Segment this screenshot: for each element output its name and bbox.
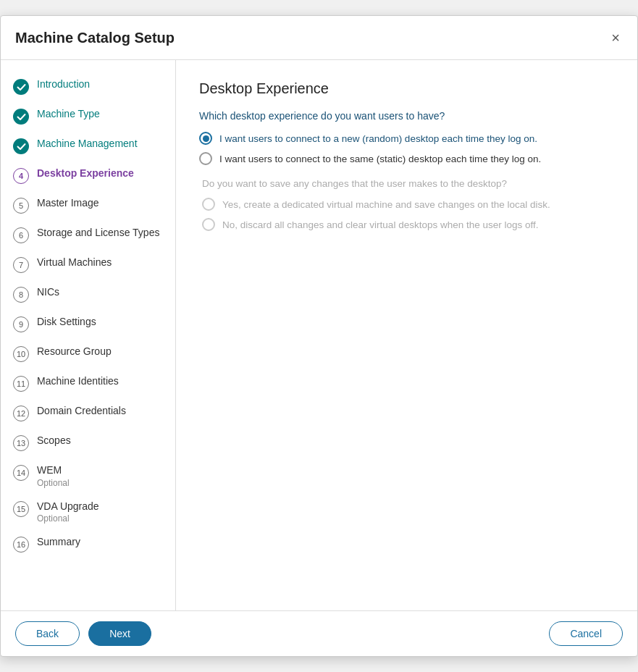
step-icon-14: 14: [12, 464, 30, 482]
radio-discard-label: No, discard all changes and clear virtua…: [222, 219, 539, 230]
step-icon-5: 5: [12, 197, 30, 214]
step-icon-6: 6: [12, 227, 30, 244]
sidebar-item-domain-credentials[interactable]: 12 Domain Credentials: [1, 398, 175, 428]
question-text: Which desktop experience do you want use…: [199, 110, 614, 122]
step-icon-13: 13: [12, 434, 30, 452]
back-button[interactable]: Back: [15, 621, 80, 646]
step-icon-4: 4: [12, 167, 30, 185]
sidebar-item-wem[interactable]: 14 WEM Optional: [1, 458, 175, 494]
sidebar-item-disk-settings[interactable]: 9 Disk Settings: [1, 309, 175, 339]
sidebar-item-resource-group[interactable]: 10 Resource Group: [1, 339, 175, 369]
radio-save-label: Yes, create a dedicated virtual machine …: [222, 199, 550, 210]
sidebar-label-4: Desktop Experience: [37, 167, 134, 181]
sidebar-item-master-image[interactable]: 5 Master Image: [1, 190, 175, 220]
sidebar-item-scopes[interactable]: 13 Scopes: [1, 428, 175, 458]
step-icon-15: 15: [12, 500, 30, 518]
step-icon-7: 7: [12, 256, 30, 274]
radio-discard-indicator: [202, 218, 215, 231]
footer-left: Back Next: [15, 621, 151, 646]
section-title: Desktop Experience: [199, 80, 614, 97]
dialog-footer: Back Next Cancel: [1, 610, 637, 656]
radio-discard: No, discard all changes and clear virtua…: [202, 218, 614, 231]
radio-static-indicator: [199, 152, 212, 165]
sidebar-sublabel-15: Optional: [37, 513, 99, 524]
sidebar-label-5: Master Image: [37, 196, 99, 211]
sidebar-item-virtual-machines[interactable]: 7 Virtual Machines: [1, 250, 175, 280]
sidebar-label-13: Scopes: [37, 434, 71, 448]
sidebar-sublabel-14: Optional: [37, 478, 70, 488]
radio-static[interactable]: I want users to connect to the same (sta…: [199, 152, 614, 165]
sidebar: Introduction Machine Type: [1, 60, 176, 610]
sidebar-label-15: VDA Upgrade: [37, 500, 99, 514]
next-button[interactable]: Next: [88, 621, 151, 646]
radio-random-dot: [203, 135, 209, 142]
sidebar-item-machine-type[interactable]: Machine Type: [1, 101, 175, 131]
sidebar-label-8: NICs: [37, 285, 59, 300]
sidebar-label-11: Machine Identities: [37, 374, 119, 389]
radio-static-label: I want users to connect to the same (sta…: [219, 154, 541, 164]
sidebar-item-vda-upgrade[interactable]: 15 VDA Upgrade Optional: [1, 494, 175, 530]
sidebar-label-3: Machine Management: [37, 137, 138, 151]
sub-question-text: Do you want to save any changes that the…: [202, 178, 614, 189]
sidebar-item-machine-identities[interactable]: 11 Machine Identities: [1, 369, 175, 398]
sidebar-item-introduction[interactable]: Introduction: [1, 72, 175, 101]
step-icon-10: 10: [12, 345, 30, 363]
sidebar-item-storage-license[interactable]: 6 Storage and License Types: [1, 220, 175, 250]
machine-catalog-dialog: Machine Catalog Setup × Introduction: [0, 15, 638, 657]
sidebar-item-machine-management[interactable]: Machine Management: [1, 131, 175, 161]
sidebar-item-summary[interactable]: 16 Summary: [1, 529, 175, 559]
radio-random-indicator: [199, 132, 212, 145]
step-icon-3: [12, 138, 30, 155]
sidebar-label-12: Domain Credentials: [37, 404, 126, 419]
sidebar-label-14: WEM: [37, 463, 70, 478]
sidebar-item-desktop-experience[interactable]: 4 Desktop Experience: [1, 161, 175, 190]
step-icon-16: 16: [12, 536, 30, 553]
dialog-header: Machine Catalog Setup ×: [1, 16, 637, 60]
radio-random-label: I want users to connect to a new (random…: [219, 133, 537, 144]
step-icon-8: 8: [12, 286, 30, 303]
sidebar-label-10: Resource Group: [37, 345, 112, 359]
step-icon-9: 9: [12, 316, 30, 333]
radio-save-indicator: [202, 198, 215, 211]
radio-save: Yes, create a dedicated virtual machine …: [202, 198, 614, 211]
sidebar-label-16: Summary: [37, 535, 80, 550]
sidebar-label-7: Virtual Machines: [37, 256, 112, 270]
step-icon-1: [12, 78, 30, 96]
step-icon-12: 12: [12, 405, 30, 422]
radio-random[interactable]: I want users to connect to a new (random…: [199, 132, 614, 145]
main-content: Desktop Experience Which desktop experie…: [176, 60, 637, 610]
sidebar-label-9: Disk Settings: [37, 315, 96, 329]
sub-section: Do you want to save any changes that the…: [202, 178, 614, 231]
close-button[interactable]: ×: [608, 28, 623, 48]
sidebar-item-nics[interactable]: 8 NICs: [1, 280, 175, 309]
sidebar-label-1: Introduction: [37, 77, 90, 92]
cancel-button[interactable]: Cancel: [549, 621, 623, 646]
step-icon-11: 11: [12, 375, 30, 392]
step-label-wrap-1: Introduction: [37, 77, 90, 92]
sidebar-label-2: Machine Type: [37, 107, 100, 122]
dialog-body: Introduction Machine Type: [1, 60, 637, 610]
step-icon-2: [12, 108, 30, 125]
sidebar-label-6: Storage and License Types: [37, 226, 159, 240]
dialog-title: Machine Catalog Setup: [15, 30, 175, 46]
